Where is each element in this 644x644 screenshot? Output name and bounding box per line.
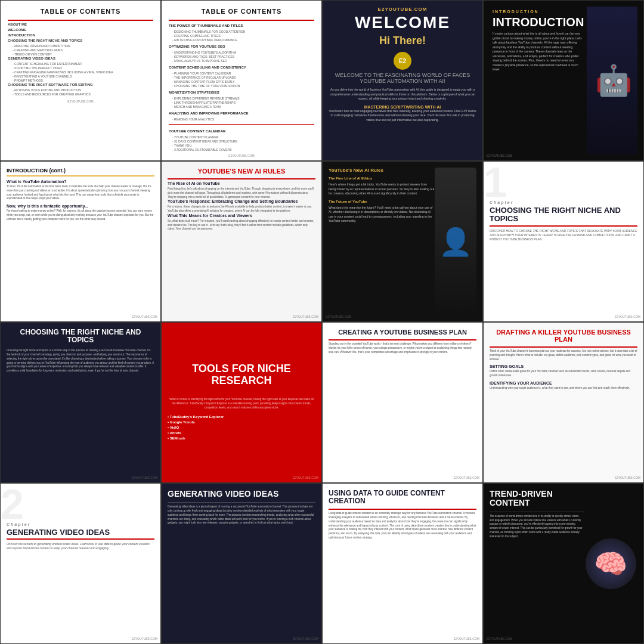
toc-title-2: TABLE OF CONTENTS: [169, 8, 314, 15]
cell-trend-content: TREND-DRIVEN CONTENT The essence of tren…: [483, 483, 644, 644]
chapter-1-label: Chapter: [490, 200, 637, 205]
toc-item-niche: CHOOSING THE RIGHT NICHE AND TOPICS: [8, 39, 153, 42]
yt-rules-dark-sub2: The Future of YouTube What does this mea…: [329, 199, 435, 224]
trend-content-body: The essence of trend-driven content lies…: [490, 515, 584, 539]
yt-rules-subsection2-header: The Future of YouTube: [329, 199, 435, 205]
yt-rules-subsection1-header: The Fine Line of AI Ethics: [329, 176, 435, 181]
toc-sub-trend: - TREND-DRIVEN CONTENT: [13, 52, 153, 56]
yt-plan-section1-body: Define clear, measurable goals for your …: [490, 370, 637, 378]
toc-sub-amazon: - AMAZONE DOMAIN AND COMPETITION: [13, 44, 153, 48]
cell-table-of-contents-2: TABLE OF CONTENTS THE POWER OF THUMBNAIL…: [161, 0, 322, 161]
toc-sub-tools-resources: - TOOLS AND RESOURCES FOR CREATING GRAPH…: [13, 92, 153, 96]
brain-icon: 🧠: [594, 548, 627, 580]
generating-ideas-title: GENERATING VIDEO IDEAS: [168, 490, 315, 499]
toc-item-intro: INTRODUCTION: [8, 33, 153, 37]
brain-image-container: 🧠: [584, 490, 637, 637]
toc-si-managing: - MANAGING CONTENT FLOW EFFICIENTLY: [172, 80, 314, 83]
yt-rules-dark-title: YouTube's New AI Rules: [329, 168, 435, 173]
cell-chapter-1: 1 Chapter CHOOSING THE RIGHT NICHE AND T…: [483, 161, 644, 322]
hi-there-text: Hi There!: [379, 35, 426, 47]
welcome-e2-label: E2YOUTUBE.COM: [378, 7, 428, 12]
website-footer-7: E2YOUTUBE.COM: [326, 315, 351, 318]
tool-item-ahrefs: • Ahrefs: [168, 431, 315, 435]
yt-rules-subsection2-body: What does this mean for the future? You'…: [329, 206, 435, 224]
yt-ai-rules-title: YOUTUBE'S NEW AI RULES: [168, 168, 315, 175]
yt-rules-dark-sub1: The Fine Line of AI Ethics Here's where …: [329, 176, 435, 196]
chapter-2-label: Chapter: [7, 522, 154, 527]
tools-list: • TubeBuddy's Keyword Explorer • Google …: [168, 415, 315, 442]
tools-niche-title: TOOLS FOR NICHE RESEARCH: [168, 363, 315, 387]
brain-icon-bg: 🧠: [586, 538, 636, 589]
toc-si-calendar: - PLANNING YOUR CONTENT CALENDAR: [172, 72, 314, 75]
toc-si-ab: - A/B TESTING FOR OPTIMAL PERFORMANCE: [172, 38, 314, 42]
e2-badge: E2: [394, 52, 411, 70]
toc-sub-prompt: - PROMPT METHODS: [13, 79, 153, 82]
chapter-2-title: GENERATING VIDEO IDEAS: [7, 528, 154, 537]
person-silhouette: 👤: [435, 168, 476, 315]
toc-si-analytics: - USING ANALYTICS TO IMPROVE SEO: [172, 59, 314, 63]
welcome-body: As you delve into the world of faceless …: [329, 88, 476, 101]
yt-ai-section3-body: So, what does it all mean? For creators,…: [168, 219, 315, 231]
cell-using-data: USING DATA TO GUIDE CONTENT CREATION Usi…: [322, 483, 483, 644]
cell-introduction: INTRODUCTION INTRODUCTION If you're curi…: [483, 0, 644, 161]
intro-cont-section2-body: For those looking to make money online? …: [7, 209, 154, 221]
toc-si-algorithm: - UNDERSTANDING YOUTUBE'S ALGORITHM: [172, 51, 314, 54]
yt-plan-section2-body: Understanding who your target audience i…: [490, 386, 637, 391]
toc-si-thank: - THANK YOU: [172, 144, 314, 147]
toc-sub-content-sched: - CONTENT SCHEDULING FOR ENTERTAINMENT: [13, 62, 153, 66]
toc-section-analyzing: ANALYZING AND IMPROVING PERFORMANCE: [169, 112, 314, 115]
cell-yt-ai-rules: YOUTUBE'S NEW AI RULES The Rise of AI on…: [161, 161, 322, 322]
mastering-label: MASTERING SCRIPTWRITING WITH AI: [364, 105, 441, 109]
toc-item-editing: CHOOSING THE RIGHT SOFTWARE FOR EDITING: [8, 83, 153, 86]
choosing-niche-body: Choosing the right niche and topics is a…: [7, 349, 154, 373]
chapter-1-desc: DISCOVER HOW TO CHOOSE THE RIGHT NICHE A…: [490, 229, 637, 242]
toc-si-compelling: - CREATING COMPELLING TITLES: [172, 34, 314, 38]
yt-plan-section1: SETTING GOALS: [490, 364, 637, 369]
cell-tools-niche-research: TOOLS FOR NICHE RESEARCH When it comes t…: [161, 322, 322, 483]
toc-sub-creating: - CREATING AND MATCHING PAIRS: [13, 48, 153, 52]
toc-section-monetization: MONETIZATION STRATEGIES: [169, 91, 314, 94]
toc-item-about: ABOUT ME: [8, 23, 153, 26]
welcome-subtitle: WELCOME TO THE FASCINATING WORLD OF FACE…: [329, 72, 476, 84]
intro-body: If you're curious about what this is all…: [493, 32, 584, 72]
cell-choosing-niche: CHOOSING THE RIGHT NICHE AND TOPICS Choo…: [0, 322, 161, 483]
toc-si-revenue: - EXPLORING DIFFERENT REVENUE STREAMS: [172, 97, 314, 100]
generating-ideas-body: Generating video ideas is a pivotal aspe…: [168, 505, 315, 525]
toc-si-timing: - CHOOSING THE TIME OF YOUR PUBLICATION: [172, 84, 314, 88]
intro-title: INTRODUCTION: [493, 16, 584, 28]
intro-cont-title: INTRODUCTION (cont.): [7, 168, 154, 177]
mastering-body: You'll learn how to craft engaging narra…: [329, 109, 476, 123]
toc-section-seo: OPTIMIZING FOR YOUTUBE SEO: [169, 45, 314, 48]
yt-rules-subsection1-body: Here's where things get a bit tricky: Yo…: [329, 182, 435, 196]
cell-intro-cont: INTRODUCTION (cont.) What is YouTube Aut…: [0, 161, 161, 322]
person-icon: 👤: [439, 226, 472, 258]
toc-si-affiliate: - LINK THROUGH AFFILIATE PARTNERSHIPS: [172, 101, 314, 104]
cell-table-of-contents-1: TABLE OF CONTENTS ABOUT ME WELCOME INTRO…: [0, 0, 161, 161]
toc-si-planner: - YOUTUBE CONTENT PLANNER: [172, 135, 314, 139]
toc-sub-scripting: - SCRIPTING THE PERFECT VIDEO: [13, 66, 153, 70]
yt-ai-section1-body: First things first, let's talk about sho…: [168, 187, 315, 199]
website-footer-15: E2YOUTUBE.COM: [454, 637, 479, 640]
toc-si-covers: - 3 ADDITIONAL CUSTOMIZABLE COVERS: [172, 148, 314, 151]
intro-eyebrow: INTRODUCTION: [493, 10, 584, 14]
yt-ai-section3-header: What This Means for Creators and Viewers: [168, 213, 315, 218]
yt-plan-section2: IDENTIFYING YOUR AUDIENCE: [490, 381, 637, 385]
creating-yt-plan-title: Creating a YouTube Business Plan: [329, 329, 476, 336]
cell-yt-plan-cont: DRAFTING A KILLER YOUTUBE BUSINESS PLAN …: [483, 322, 644, 483]
robot-icon: 🤖: [595, 63, 632, 98]
cell-yt-rules-dark: YouTube's New AI Rules The Fine Line of …: [322, 161, 483, 322]
website-footer-16: E2YOUTUBE.COM: [487, 637, 512, 640]
website-footer-9: E2YOUTUBE.COM: [132, 476, 157, 479]
chapter-1-title: CHOOSING THE RIGHT NICHE AND TOPICS: [490, 206, 637, 224]
website-footer-11: E2YOUTUBE.COM: [454, 476, 479, 479]
tools-niche-body: When it comes to identifying the right n…: [168, 397, 315, 410]
tool-item-vidiq: • VidIQ: [168, 426, 315, 429]
tool-item-google-trends: • Google Trends: [168, 420, 315, 424]
toc-sub-crafting: - CRAFTING ENGAGING NARRATIVES INCLUDING…: [13, 70, 153, 74]
toc-si-reading: - READING YOUR ANALYTICS: [172, 117, 314, 121]
toc-si-merch: - MERCH AND MANAGING A TEAM: [172, 105, 314, 109]
intro-cont-section2-header: Now, why is this a fantastic opportunity…: [7, 204, 154, 208]
intro-cont-section1-header: What is YouTube Automation?: [7, 179, 154, 184]
toc-item-video: GENERATING VIDEO IDEAS: [8, 57, 153, 60]
yt-ai-section2-header: YouTube's Response: Embracing Change and…: [168, 199, 315, 203]
